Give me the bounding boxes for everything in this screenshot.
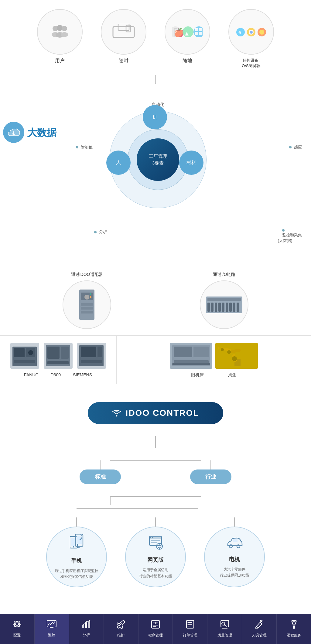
nav-program[interactable]: 程序管理	[138, 614, 173, 644]
svg-point-96	[15, 623, 19, 626]
top-section: 用户 随时  🍎 ▲	[0, 0, 311, 75]
nav-remote[interactable]: 远程服务	[277, 614, 311, 644]
machine-right-panel: 旧机床 周边	[117, 335, 311, 384]
svg-rect-86	[151, 542, 157, 543]
mobile-title: 手机	[71, 557, 82, 564]
feature-motor-col: 电机 为汽车零部件行业提供附加功能	[204, 517, 265, 587]
nav-maintenance-label: 维护	[117, 633, 125, 638]
top-item-user: 用户	[37, 9, 83, 69]
svg-rect-39	[211, 303, 214, 312]
svg-rect-55	[47, 361, 69, 364]
branch-ind: 行业	[190, 460, 231, 484]
ganji-label: 感应	[289, 144, 302, 150]
feature-h-line	[110, 496, 201, 497]
old-machine	[170, 342, 212, 369]
branch-ind-vline	[210, 460, 211, 469]
web-desc: 适用于金属切削行业的标配基本功能	[139, 567, 172, 579]
branch-std: 标准	[80, 460, 121, 484]
left-machine-images	[9, 342, 107, 369]
right-machine-labels: 旧机床 周边	[191, 372, 237, 378]
svg-rect-95	[233, 539, 238, 542]
nav-maintenance[interactable]: 维护	[104, 614, 138, 644]
svg-rect-62	[193, 347, 209, 357]
svg-point-24	[250, 31, 253, 34]
svg-point-80	[78, 547, 80, 548]
connector-top	[155, 75, 156, 84]
order-icon	[186, 620, 194, 631]
top-circle-anydevice: e	[228, 9, 274, 55]
d300-machine	[43, 342, 73, 369]
adapter-idoo-circle	[63, 280, 111, 329]
nav-order-label: 订单管理	[183, 633, 197, 638]
adapter-idoo-label: 通过iDOO适配器	[71, 272, 103, 277]
svg-point-26	[259, 30, 264, 35]
idoo-pill: iDOO CONTROL	[88, 402, 224, 424]
center-circle: 工厂管理 3要素	[137, 138, 179, 181]
svg-rect-50	[14, 360, 35, 363]
std-to-features	[80, 496, 231, 505]
svg-rect-100	[82, 625, 84, 628]
right-machine-images	[170, 342, 258, 369]
svg-point-93	[229, 545, 232, 548]
svg-point-94	[237, 545, 240, 548]
svg-rect-108	[153, 622, 156, 624]
svg-rect-46	[237, 303, 239, 312]
fanuc-label: FANUC	[24, 372, 38, 377]
svg-point-103	[83, 624, 84, 625]
nav-order[interactable]: 订单管理	[173, 614, 207, 644]
idoo-title: iDOO CONTROL	[126, 408, 199, 418]
svg-text:e: e	[238, 30, 241, 35]
center-label1: 工厂管理	[149, 153, 167, 160]
ind-pill: 行业	[190, 469, 231, 484]
d300-label: D300	[50, 372, 60, 377]
svg-point-129	[292, 622, 296, 625]
svg-point-35	[90, 296, 91, 298]
fenxi-label: 分析	[94, 229, 107, 235]
adapter-idoo: 通过iDOO适配器	[63, 272, 111, 329]
factory-section: 大数据 自动化 工厂管理 3要素 机 人 材料 附加值 感应	[0, 84, 311, 266]
svg-rect-109	[156, 622, 158, 624]
wifi-icon	[112, 409, 121, 417]
svg-line-123	[224, 625, 226, 626]
svg-rect-19	[199, 32, 202, 35]
svg-rect-102	[88, 621, 90, 628]
fc-vline3	[234, 517, 235, 527]
top-circle-anywhere:  🍎 ▲	[165, 9, 210, 55]
svg-point-71	[221, 348, 224, 351]
web-title: 网页版	[147, 556, 164, 564]
svg-rect-43	[226, 303, 228, 312]
svg-point-104	[86, 621, 87, 622]
nav-quality[interactable]: 质量管理	[207, 614, 242, 644]
nav-config[interactable]: 配置	[0, 614, 35, 644]
svg-rect-101	[85, 622, 87, 628]
svg-point-119	[187, 624, 188, 625]
nav-tool[interactable]: 刀具管理	[242, 614, 277, 644]
svg-rect-8	[126, 25, 130, 32]
top-item-anytime: 随时	[101, 9, 146, 69]
feature-web: 网页版 适用于金属切削行业的标配基本功能	[125, 527, 186, 587]
svg-rect-40	[215, 303, 217, 312]
mobile-desc: 通过手机应用程序实现监控和关键报警信使功能	[55, 568, 98, 580]
fc-vline1	[76, 517, 77, 527]
nav-config-label: 配置	[13, 633, 21, 638]
fanuc-machine	[9, 342, 40, 369]
svg-line-127	[255, 626, 256, 628]
svg-rect-6	[113, 27, 134, 37]
fc-vline2	[155, 517, 156, 527]
nav-program-label: 程序管理	[148, 633, 163, 638]
nav-analysis[interactable]: 分析	[69, 614, 104, 644]
svg-rect-61	[174, 347, 192, 357]
svg-rect-45	[233, 303, 235, 312]
svg-rect-48	[14, 348, 25, 357]
node-person-label: 人	[116, 160, 121, 166]
feature-circles: 手机 通过手机应用程序实现监控和关键报警信使功能	[46, 517, 265, 587]
top-label-anywhere: 随地	[183, 58, 192, 64]
svg-point-118	[187, 622, 188, 623]
node-machine: 机	[143, 105, 167, 129]
nav-monitor[interactable]: 监控	[35, 614, 69, 644]
old-machine-label: 旧机床	[191, 372, 204, 378]
mobile-icon	[70, 534, 84, 554]
top-circle-anytime	[101, 9, 146, 55]
chart-icon	[82, 620, 91, 631]
nav-tool-label: 刀具管理	[252, 633, 267, 638]
